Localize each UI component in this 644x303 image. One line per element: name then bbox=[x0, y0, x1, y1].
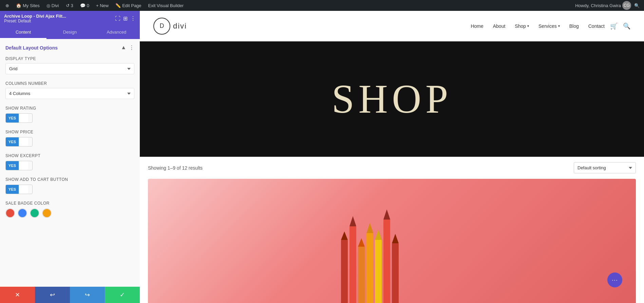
toggle-knob-2 bbox=[19, 137, 28, 146]
toggle-yes-label-2: YES bbox=[6, 137, 19, 146]
shop-hero-title: SHOP bbox=[332, 76, 452, 122]
my-sites-admin-item[interactable]: 🏠 My Sites bbox=[13, 0, 42, 11]
svg-marker-10 bbox=[375, 230, 382, 240]
columns-number-field: Columns Number 1 Column 2 Columns 3 Colu… bbox=[5, 81, 134, 99]
updates-icon: ↺ bbox=[66, 3, 70, 8]
admin-search-icon[interactable]: 🔍 bbox=[632, 1, 641, 10]
nav-blog[interactable]: Blog bbox=[569, 23, 579, 29]
pencils-illustration bbox=[148, 179, 636, 303]
nav-services[interactable]: Services ▾ bbox=[538, 23, 560, 29]
panel-header-left: Archive Loop - Divi Ajax Filt... Preset:… bbox=[4, 14, 66, 23]
show-rating-toggle[interactable]: YES bbox=[5, 113, 33, 123]
discard-button[interactable]: ✕ bbox=[0, 287, 35, 303]
show-price-toggle[interactable]: YES bbox=[5, 137, 33, 147]
toggle-yes-label: YES bbox=[6, 114, 19, 122]
panel-content: Default Layout Options ▲ ⋮ Display Type … bbox=[0, 39, 140, 303]
cart-icon[interactable]: 🛒 bbox=[610, 22, 618, 30]
admin-bar-right: Howdy, Christina Gwira CG 🔍 bbox=[575, 1, 641, 10]
logo-text: divi bbox=[173, 22, 187, 31]
sort-select[interactable]: Default sorting Sort by popularity Sort … bbox=[574, 162, 636, 173]
nav-contact[interactable]: Contact bbox=[588, 23, 605, 29]
show-add-to-cart-label: Show Add To Cart Button bbox=[5, 177, 134, 182]
comments-admin-item[interactable]: 💬 0 bbox=[77, 0, 92, 11]
panel-title: Archive Loop - Divi Ajax Filt... bbox=[4, 14, 66, 19]
show-rating-label: Show Rating bbox=[5, 106, 134, 111]
divi-circle-icon: ◎ bbox=[46, 3, 50, 8]
svg-marker-8 bbox=[366, 223, 373, 233]
color-swatch-yellow[interactable] bbox=[42, 208, 52, 218]
user-greeting: Howdy, Christina Gwira bbox=[575, 3, 621, 8]
redo-button[interactable]: ↪ bbox=[70, 287, 105, 303]
svg-rect-11 bbox=[383, 220, 390, 303]
updates-admin-item[interactable]: ↺ 3 bbox=[63, 0, 76, 11]
updates-count: 3 bbox=[71, 3, 73, 8]
color-swatch-green[interactable] bbox=[30, 208, 39, 218]
home-icon: 🏠 bbox=[16, 3, 21, 8]
nav-about[interactable]: About bbox=[493, 23, 506, 29]
svg-marker-14 bbox=[392, 234, 399, 243]
display-type-select[interactable]: Grid List Masonry bbox=[5, 63, 134, 74]
undo-icon: ↩ bbox=[50, 291, 55, 299]
columns-number-select[interactable]: 1 Column 2 Columns 3 Columns 4 Columns 5… bbox=[5, 88, 134, 99]
svg-marker-6 bbox=[358, 238, 365, 247]
search-icon[interactable]: 🔍 bbox=[623, 22, 630, 30]
svg-marker-2 bbox=[341, 231, 348, 240]
toggle-knob bbox=[19, 114, 28, 122]
nav-home[interactable]: Home bbox=[471, 23, 483, 29]
results-text: Showing 1–9 of 12 results bbox=[148, 165, 203, 171]
color-swatch-red[interactable] bbox=[5, 208, 15, 218]
shop-content: Showing 1–9 of 12 results Default sortin… bbox=[140, 157, 644, 303]
display-type-field: Display Type Grid List Masonry bbox=[5, 56, 134, 74]
more-icon[interactable]: ⋮ bbox=[130, 15, 136, 22]
fullscreen-icon[interactable]: ⛶ bbox=[115, 16, 120, 22]
svg-marker-12 bbox=[383, 209, 390, 220]
section-header: Default Layout Options ▲ ⋮ bbox=[5, 44, 134, 51]
chevron-down-icon-2: ▾ bbox=[558, 24, 560, 28]
shop-toolbar: Showing 1–9 of 12 results Default sortin… bbox=[140, 157, 644, 179]
wordpress-icon: ⊕ bbox=[5, 3, 9, 8]
show-excerpt-label: Show Excerpt bbox=[5, 153, 134, 158]
edit-page-admin-item[interactable]: ✏️ Edit Page bbox=[113, 0, 144, 11]
tab-advanced[interactable]: Advanced bbox=[93, 26, 140, 39]
color-swatch-blue[interactable] bbox=[18, 208, 27, 218]
new-label: + New bbox=[96, 3, 109, 8]
panel-header-icons: ⛶ ⊞ ⋮ bbox=[115, 15, 136, 22]
toggle-yes-label-3: YES bbox=[6, 161, 19, 170]
save-button[interactable]: ✓ bbox=[105, 287, 140, 303]
site-logo: D divi bbox=[153, 18, 187, 35]
dots-icon: ··· bbox=[612, 277, 618, 284]
floating-dots-button[interactable]: ··· bbox=[607, 272, 622, 287]
collapse-icon[interactable]: ▲ bbox=[121, 44, 126, 51]
shop-hero: SHOP bbox=[140, 41, 644, 157]
tab-content[interactable]: Content bbox=[0, 26, 46, 39]
discard-icon: ✕ bbox=[15, 291, 20, 299]
right-panel: D divi Home About Shop ▾ Services ▾ bbox=[140, 11, 644, 303]
edit-icon: ✏️ bbox=[115, 3, 121, 8]
new-admin-item[interactable]: + New bbox=[93, 0, 111, 11]
show-price-field: Show Price YES bbox=[5, 130, 134, 147]
show-add-to-cart-toggle[interactable]: YES bbox=[5, 185, 33, 194]
svg-rect-5 bbox=[358, 247, 365, 303]
svg-rect-9 bbox=[375, 240, 382, 303]
svg-rect-3 bbox=[349, 226, 356, 303]
svg-rect-1 bbox=[341, 240, 348, 303]
section-more-icon[interactable]: ⋮ bbox=[129, 44, 134, 51]
left-panel: Archive Loop - Divi Ajax Filt... Preset:… bbox=[0, 11, 140, 303]
columns-icon[interactable]: ⊞ bbox=[123, 15, 128, 22]
comments-count: 0 bbox=[87, 3, 89, 8]
wordpress-admin-item[interactable]: ⊕ bbox=[3, 0, 12, 11]
undo-button[interactable]: ↩ bbox=[35, 287, 70, 303]
avatar: CG bbox=[622, 1, 631, 10]
edit-page-label: Edit Page bbox=[122, 3, 141, 8]
color-swatches bbox=[5, 208, 134, 218]
exit-vb-label: Exit Visual Builder bbox=[148, 3, 184, 8]
save-icon: ✓ bbox=[120, 291, 125, 299]
bottom-toolbar: ✕ ↩ ↪ ✓ bbox=[0, 287, 140, 303]
show-excerpt-field: Show Excerpt YES bbox=[5, 153, 134, 170]
show-excerpt-toggle[interactable]: YES bbox=[5, 161, 33, 170]
divi-admin-item[interactable]: ◎ Divi bbox=[44, 0, 62, 11]
site-navbar: D divi Home About Shop ▾ Services ▾ bbox=[140, 11, 644, 41]
nav-shop[interactable]: Shop ▾ bbox=[515, 23, 529, 29]
tab-design[interactable]: Design bbox=[46, 26, 93, 39]
exit-visual-builder-item[interactable]: Exit Visual Builder bbox=[146, 0, 187, 11]
